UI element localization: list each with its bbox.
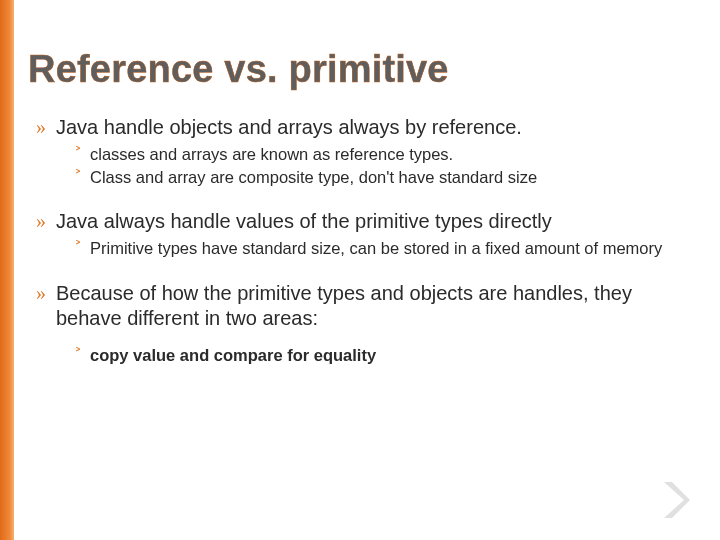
bullet-group-0: » Java handle objects and arrays always … (28, 115, 688, 187)
bullet-l2: ˃ classes and arrays are known as refere… (74, 144, 688, 165)
bullet-glyph-l1: » (36, 115, 46, 140)
accent-bar (0, 0, 14, 540)
bullet-l2: ˃ Primitive types have standard size, ca… (74, 238, 688, 259)
bullet-text: copy value and compare for equality (90, 345, 688, 366)
bullet-text: Java always handle values of the primiti… (56, 209, 552, 234)
bullet-glyph-l1: » (36, 281, 46, 306)
bullet-l1: » Java always handle values of the primi… (36, 209, 688, 234)
bullet-glyph-l2: ˃ (74, 238, 82, 258)
bullet-group-2: » Because of how the primitive types and… (28, 281, 688, 366)
bullet-l1: » Java handle objects and arrays always … (36, 115, 688, 140)
bullet-text: Primitive types have standard size, can … (90, 238, 688, 259)
slide-content: Reference vs. primitive » Java handle ob… (28, 48, 688, 388)
bullet-text: Class and array are composite type, don'… (90, 167, 688, 188)
bullet-text: classes and arrays are known as referenc… (90, 144, 688, 165)
chevron-right-icon (660, 480, 692, 520)
bullet-l1: » Because of how the primitive types and… (36, 281, 688, 331)
bullet-text: Java handle objects and arrays always by… (56, 115, 522, 140)
bullet-glyph-l2: ˃ (74, 345, 82, 365)
bullet-glyph-l2: ˃ (74, 167, 82, 187)
slide-title: Reference vs. primitive (28, 48, 688, 91)
bullet-text: Because of how the primitive types and o… (56, 281, 688, 331)
bullet-l2: ˃ copy value and compare for equality (74, 345, 688, 366)
bullet-l2: ˃ Class and array are composite type, do… (74, 167, 688, 188)
bullet-glyph-l1: » (36, 209, 46, 234)
bullet-glyph-l2: ˃ (74, 144, 82, 164)
bullet-group-1: » Java always handle values of the primi… (28, 209, 688, 259)
